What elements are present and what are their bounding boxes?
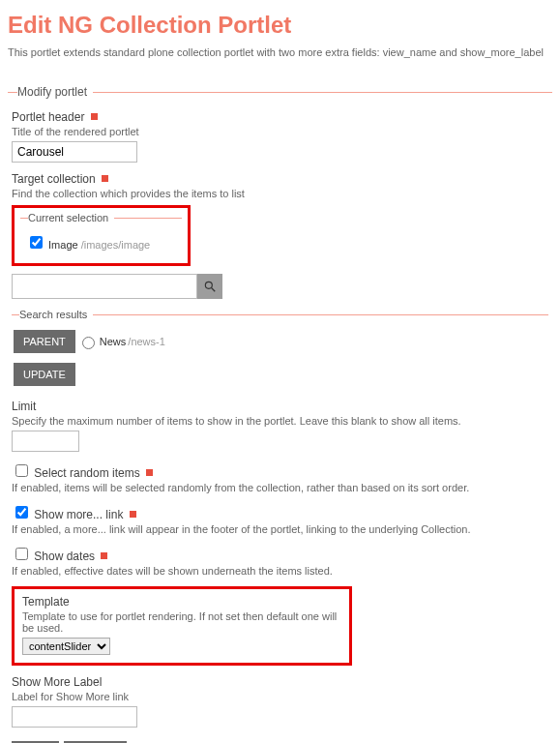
- template-label: Template: [22, 595, 341, 609]
- show-dates-label: Show dates: [34, 550, 95, 563]
- update-button[interactable]: UPDATE: [14, 363, 75, 386]
- show-more-label-input[interactable]: [12, 706, 137, 728]
- show-more-link-help: If enabled, a more... link will appear i…: [12, 523, 548, 535]
- parent-button[interactable]: PARENT: [14, 330, 75, 353]
- random-items-field: Select random items If enabled, items wi…: [12, 461, 548, 493]
- current-selection-path: /images/image: [81, 239, 151, 251]
- random-items-help: If enabled, items will be selected rando…: [12, 482, 548, 493]
- required-marker: [130, 511, 136, 518]
- search-input[interactable]: [12, 274, 197, 299]
- limit-field: Limit Specify the maximum number of item…: [12, 400, 548, 452]
- required-marker: [101, 552, 107, 559]
- current-selection-checkbox[interactable]: [30, 236, 43, 249]
- show-more-link-label: Show more... link: [34, 508, 123, 521]
- form-actions: SAVE CANCEL: [12, 739, 548, 743]
- portlet-header-help: Title of the rendered portlet: [12, 126, 548, 137]
- random-items-label: Select random items: [34, 466, 139, 480]
- search-result-name: News: [100, 336, 127, 347]
- show-more-label-help: Label for Show More link: [12, 691, 548, 702]
- show-dates-checkbox[interactable]: [15, 548, 28, 560]
- target-collection-field: Target collection Find the collection wh…: [12, 172, 548, 390]
- limit-input[interactable]: [12, 431, 79, 452]
- portlet-header-input[interactable]: [12, 141, 137, 163]
- portlet-header-field: Portlet header Title of the rendered por…: [12, 110, 548, 163]
- portlet-header-label: Portlet header: [12, 110, 84, 124]
- search-result-radio[interactable]: [82, 337, 95, 349]
- show-more-label-label: Show More Label: [12, 675, 548, 689]
- show-dates-help: If enabled, effective dates will be show…: [12, 565, 548, 577]
- current-selection-highlight: Current selection Image /images/image: [12, 205, 191, 266]
- template-select[interactable]: contentSlider: [22, 638, 110, 655]
- search-results-fieldset: Search results PARENT News /news-1 UPDAT…: [12, 309, 548, 390]
- modify-portlet-legend: Modify portlet: [17, 85, 93, 99]
- random-items-checkbox[interactable]: [15, 464, 28, 477]
- search-results-legend: Search results: [19, 309, 93, 320]
- current-selection-item: Image /images/image: [26, 233, 180, 252]
- current-selection-legend: Current selection: [28, 212, 114, 223]
- current-selection-fieldset: Current selection Image /images/image: [20, 212, 182, 253]
- limit-label: Limit: [12, 400, 548, 413]
- svg-line-1: [212, 288, 216, 292]
- search-result-path: /news-1: [128, 336, 165, 347]
- search-button[interactable]: [197, 274, 222, 299]
- target-collection-help: Find the collection which provides the i…: [12, 188, 548, 199]
- required-marker: [91, 113, 98, 120]
- required-marker: [102, 175, 108, 182]
- show-dates-field: Show dates If enabled, effective dates w…: [12, 545, 548, 577]
- svg-point-0: [205, 282, 212, 288]
- template-help: Template to use for portlet rendering. I…: [22, 610, 341, 634]
- show-more-link-field: Show more... link If enabled, a more... …: [12, 503, 548, 535]
- limit-help: Specify the maximum number of items to s…: [12, 415, 548, 427]
- show-more-link-checkbox[interactable]: [15, 506, 28, 519]
- template-highlight: Template Template to use for portlet ren…: [12, 586, 352, 666]
- show-more-label-field: Show More Label Label for Show More link: [12, 675, 548, 728]
- search-icon: [203, 280, 217, 293]
- modify-portlet-fieldset: Modify portlet Portlet header Title of t…: [8, 85, 552, 743]
- required-marker: [146, 469, 153, 476]
- page-title: Edit NG Collection Portlet: [8, 12, 552, 39]
- search-row: [12, 274, 548, 299]
- current-selection-name: Image: [48, 239, 78, 251]
- page-description: This portlet extends standard plone coll…: [8, 46, 552, 58]
- search-results-row: PARENT News /news-1: [14, 328, 546, 355]
- target-collection-label: Target collection: [12, 172, 96, 186]
